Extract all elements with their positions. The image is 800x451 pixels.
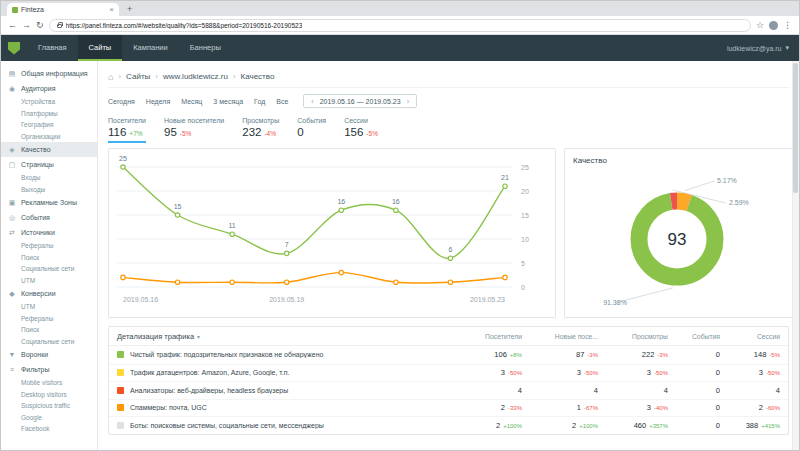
period-tab-0[interactable]: Сегодня — [108, 98, 135, 105]
sidebar-item-23[interactable]: ≡Фильтры — [1, 362, 97, 377]
cell-change: -50% — [584, 370, 598, 376]
tab-title: Finteza — [21, 6, 106, 13]
breadcrumb-item-0[interactable]: Сайты — [126, 72, 150, 81]
sidebar-item-6[interactable]: ◈Качество — [1, 142, 97, 157]
row-color-marker-icon — [117, 422, 124, 429]
sidebar-subitem-27[interactable]: Google — [1, 412, 97, 424]
cell-change: +357% — [649, 423, 668, 429]
sidebar-subitem-24[interactable]: Mobile visitors — [1, 377, 97, 389]
sidebar-subitem-4[interactable]: География — [1, 119, 97, 131]
table-column-1[interactable]: Новые посе... — [522, 333, 598, 340]
nav-item-2[interactable]: Кампании — [122, 35, 178, 61]
table-row-0[interactable]: Чистый трафик: подозрительных признаков … — [109, 346, 788, 364]
period-tab-1[interactable]: Неделя — [146, 98, 170, 105]
svg-text:16: 16 — [392, 198, 400, 205]
table-column-0[interactable]: Посетители — [450, 333, 522, 340]
period-tab-4[interactable]: Год — [254, 98, 265, 105]
browser-tab-strip: Finteza × + — [1, 1, 799, 16]
sidebar-subitem-14[interactable]: Поиск — [1, 252, 97, 264]
browser-profile-avatar[interactable] — [769, 21, 778, 30]
new-tab-button[interactable]: + — [119, 3, 140, 16]
sidebar-item-22[interactable]: ▼Воронки — [1, 347, 97, 362]
nav-item-3[interactable]: Баннеры — [179, 35, 232, 61]
reload-icon[interactable]: ↻ — [36, 21, 44, 30]
svg-text:16: 16 — [337, 198, 345, 205]
https-lock-icon[interactable] — [57, 24, 62, 28]
breadcrumb-item-2[interactable]: Качество — [241, 72, 275, 81]
charts-row: 05101520252019.05.162019.05.192019.05.23… — [108, 148, 789, 318]
scrollbar-thumb[interactable] — [793, 63, 798, 193]
sidebar-item-11[interactable]: ◎События — [1, 210, 97, 225]
table-title-dropdown[interactable]: Детализация трафика ▾ — [117, 332, 200, 341]
app-top-nav: ГлавнаяСайтыКампанииБаннеры ludkiewicz@y… — [1, 35, 799, 61]
period-tab-3[interactable]: 3 месяца — [213, 98, 243, 105]
table-row-1[interactable]: Трафик датацентров: Amazon, Azure, Googl… — [109, 364, 788, 382]
sidebar-subitem-8[interactable]: Входы — [1, 172, 97, 184]
sidebar-subitem-20[interactable]: Поиск — [1, 324, 97, 336]
range-next-icon[interactable]: › — [407, 98, 409, 105]
sidebar-subitem-16[interactable]: UTM — [1, 275, 97, 287]
sidebar-subitem-3[interactable]: Платформы — [1, 108, 97, 120]
metric-0[interactable]: Посетители116+7% — [108, 117, 146, 143]
bookmark-star-icon[interactable]: ☆ — [756, 21, 764, 30]
table-row-3[interactable]: Спаммеры: почта, UGC2-33%1-67%3-40%02-60… — [109, 399, 788, 417]
sidebar-subitem-28[interactable]: Facebook — [1, 423, 97, 435]
table-row-2[interactable]: Анализаторы: веб-драйверы, headless брау… — [109, 381, 788, 399]
period-tab-2[interactable]: Месяц — [181, 98, 202, 105]
home-icon[interactable]: ⌂ — [108, 72, 113, 82]
row-color-marker-icon — [117, 387, 124, 394]
table-cell: 2+100% — [522, 421, 598, 430]
svg-text:25: 25 — [521, 164, 529, 171]
table-cell: 2-60% — [720, 403, 780, 412]
url-field[interactable]: https://panel.finteza.com/#/website/qual… — [49, 19, 751, 32]
sidebar-subitem-19[interactable]: Рефералы — [1, 313, 97, 325]
metric-4[interactable]: Сессии156-5% — [344, 117, 378, 143]
back-icon[interactable]: ← — [8, 21, 17, 30]
sidebar-subitem-2[interactable]: Устройства — [1, 96, 97, 108]
date-range-text: 2019.05.16 — 2019.05.23 — [320, 98, 401, 105]
table-column-4[interactable]: Сессии — [720, 333, 780, 340]
date-range-picker[interactable]: ‹ 2019.05.16 — 2019.05.23 › — [303, 94, 417, 108]
sidebar-item-1[interactable]: ◉Аудитория — [1, 81, 97, 96]
sidebar-item-0[interactable]: ▤Общая информация — [1, 66, 97, 81]
sidebar-item-label: Общая информация — [21, 70, 88, 77]
sidebar-subitem-21[interactable]: Социальные сети — [1, 336, 97, 348]
sidebar-item-7[interactable]: ▢Страницы — [1, 157, 97, 172]
table-column-2[interactable]: Просмотры — [598, 333, 668, 340]
metrics-row: Посетители116+7%Новые посетители95-5%Про… — [108, 114, 789, 148]
sidebar-subitem-18[interactable]: UTM — [1, 301, 97, 313]
table-cell: 3-50% — [598, 368, 668, 377]
sidebar-subitem-13[interactable]: Рефералы — [1, 240, 97, 252]
range-prev-icon[interactable]: ‹ — [311, 98, 313, 105]
metric-3[interactable]: События0 — [297, 117, 326, 143]
sidebar-item-10[interactable]: ▣Рекламные Зоны — [1, 195, 97, 210]
breadcrumb-item-1[interactable]: www.ludkiewicz.ru — [163, 72, 228, 81]
cell-value: 4 — [776, 386, 780, 395]
table-row-4[interactable]: Боты: поисковые системы, социальные сети… — [109, 416, 788, 434]
sidebar-subitem-15[interactable]: Социальные сети — [1, 263, 97, 275]
period-tab-5[interactable]: Все — [276, 98, 288, 105]
browser-menu-icon[interactable]: ⋮ — [783, 21, 792, 30]
metric-1[interactable]: Новые посетители95-5% — [164, 117, 224, 143]
tab-close-icon[interactable]: × — [109, 5, 114, 14]
table-cell: 1-67% — [522, 403, 598, 412]
sidebar-subitem-9[interactable]: Выходы — [1, 184, 97, 196]
sidebar-item-12[interactable]: ⇄Источники — [1, 225, 97, 240]
metric-label: Новые посетители — [164, 117, 224, 124]
sidebar-item-label: Воронки — [21, 351, 48, 358]
finteza-logo[interactable] — [1, 35, 27, 61]
metric-2[interactable]: Просмотры232-4% — [242, 117, 279, 143]
table-column-3[interactable]: События — [668, 333, 720, 340]
cell-change: +100% — [579, 423, 598, 429]
browser-tab[interactable]: Finteza × — [7, 3, 119, 16]
sidebar-subitem-5[interactable]: Организации — [1, 131, 97, 143]
user-menu[interactable]: ludkiewicz@ya.ru ▾ — [717, 35, 799, 61]
nav-item-1[interactable]: Сайты — [78, 35, 123, 61]
forward-icon[interactable]: → — [22, 21, 31, 30]
audience-icon: ◉ — [8, 85, 16, 93]
sidebar-item-17[interactable]: ◆Конверсии — [1, 286, 97, 301]
nav-item-0[interactable]: Главная — [27, 35, 78, 61]
page-scrollbar[interactable] — [792, 61, 799, 450]
sidebar-subitem-25[interactable]: Desktop visitors — [1, 389, 97, 401]
sidebar-subitem-26[interactable]: Suspicious traffic — [1, 400, 97, 412]
